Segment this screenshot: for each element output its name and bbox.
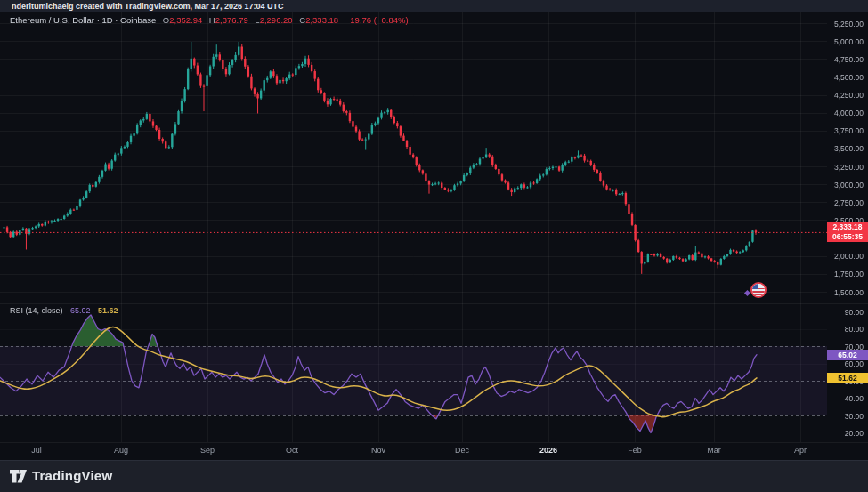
rsi-title[interactable]: RSI (14, close)	[10, 306, 63, 315]
time-tick-label: Jul	[19, 446, 54, 455]
price-tick-label: 3,750.00	[834, 126, 864, 135]
symbol-legend[interactable]: Ethereum / U.S. Dollar · 1D · Coinbase O…	[10, 15, 409, 25]
price-tick-label: 2,000.00	[834, 252, 864, 261]
time-tick-label: Mar	[696, 446, 732, 455]
price-tick-label: 3,250.00	[834, 163, 864, 172]
price-tick-label: 3,000.00	[834, 181, 864, 190]
price-tick-label: 2,750.00	[834, 198, 864, 207]
high-value: 2,376.79	[215, 15, 248, 25]
price-tick-label: 3,500.00	[834, 144, 864, 153]
rsi-tick-label: 30.00	[845, 412, 864, 421]
time-scale[interactable]: JulAugSepOctNovDec2026FebMarApr	[0, 442, 827, 460]
price-tick-label: 1,750.00	[834, 270, 864, 278]
rsi-ma-value-badge: 51.62	[827, 373, 868, 383]
rsi-current-value: 65.02	[70, 306, 91, 315]
rsi-tick-label: 40.00	[845, 394, 864, 403]
time-tick-label: Sep	[190, 446, 225, 455]
last-price-value: 2,333.18	[827, 222, 868, 232]
tradingview-logo-icon[interactable]	[9, 469, 28, 484]
price-tick-label: 4,500.00	[834, 73, 864, 82]
time-tick-label: Nov	[361, 446, 396, 455]
bar-countdown: 06:55:35	[827, 232, 868, 242]
time-tick-label: Oct	[274, 446, 310, 455]
rsi-tick-label: 20.00	[845, 429, 864, 438]
tradingview-snapshot: nderitumichaelg created with TradingView…	[0, 0, 868, 492]
price-tick-label: 5,250.00	[834, 20, 864, 28]
rsi-tick-label: 60.00	[845, 359, 864, 368]
price-tick-label: 1,500.00	[834, 288, 864, 297]
open-value: 2,352.94	[169, 15, 202, 25]
price-tick-label: 5,000.00	[834, 37, 864, 46]
high-key: H	[209, 15, 215, 25]
price-tick-label: 4,750.00	[834, 55, 864, 64]
time-tick-label: Aug	[103, 446, 139, 455]
rsi-ma-current-value: 51.62	[98, 306, 118, 315]
snapshot-header-text: nderitumichaelg created with TradingView…	[12, 2, 284, 11]
rsi-indicator-legend[interactable]: RSI (14, close) 65.02 51.62	[10, 306, 118, 315]
symbol-title[interactable]: Ethereum / U.S. Dollar · 1D · Coinbase	[10, 15, 156, 25]
rsi-tick-label: 90.00	[845, 308, 864, 317]
chart-canvas[interactable]	[0, 0, 868, 492]
time-tick-label: Apr	[783, 446, 818, 455]
time-tick-label: Dec	[444, 446, 480, 455]
price-tick-label: 4,250.00	[834, 91, 864, 100]
rsi-value-badge: 65.02	[827, 350, 868, 360]
us-flag-event-icon[interactable]	[752, 284, 765, 296]
time-tick-label: 2026	[531, 446, 566, 455]
price-tick-label: 4,000.00	[834, 109, 864, 117]
close-value: 2,333.18	[305, 15, 338, 25]
last-price-badge[interactable]: 2,333.18 06:55:35	[827, 222, 868, 242]
time-tick-label: Feb	[617, 446, 653, 455]
snapshot-header: nderitumichaelg created with TradingView…	[0, 0, 868, 12]
rsi-tick-label: 80.00	[845, 325, 864, 334]
low-value: 2,296.20	[260, 15, 293, 25]
change-value: −19.76 (−0.84%)	[345, 15, 409, 25]
tradingview-brand-text[interactable]: TradingView	[32, 468, 112, 483]
footer-bar: TradingView	[0, 460, 868, 492]
